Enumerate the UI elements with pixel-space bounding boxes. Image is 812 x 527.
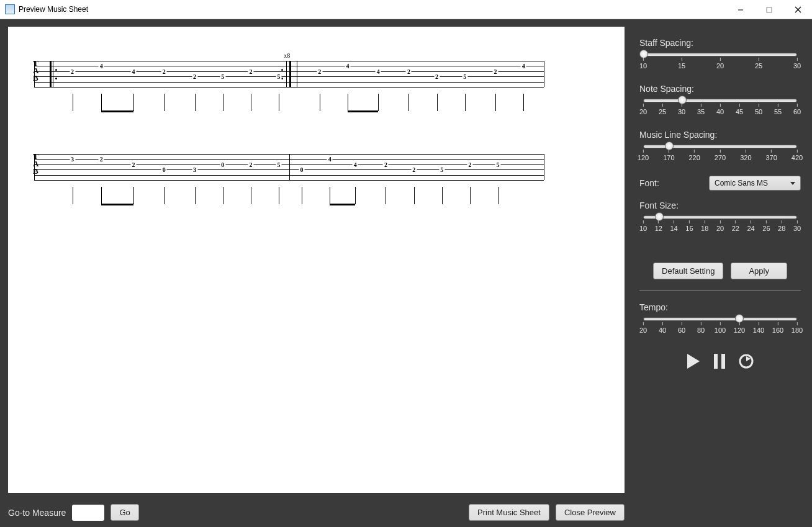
staff-spacing-label: Staff Spacing: [639,38,801,48]
goto-measure-input[interactable] [72,505,104,521]
pause-icon [713,353,726,369]
play-button[interactable] [686,353,701,371]
music-line-spacing-control: Music Line Spacing: 12017022027032037042… [639,130,801,164]
go-button[interactable]: Go [111,504,138,521]
close-preview-button[interactable]: Close Preview [556,504,625,521]
tempo-control: Tempo: 20406080100120140160180 [639,302,801,337]
music-sheet-preview: TABx82442252524422524TAB3220302504422525 [8,27,625,493]
font-select-value: Comic Sans MS [715,179,768,187]
staff-spacing-control: Staff Spacing: 1015202530 [639,38,801,73]
loop-icon [738,353,754,369]
font-size-control: Font Size: 1012141618202224262830 [639,200,801,235]
minimize-button[interactable] [726,0,755,19]
note-spacing-control: Note Spacing: 202530354045505560 [639,84,801,119]
apply-button[interactable]: Apply [731,263,787,279]
window-controls [726,0,812,19]
svg-rect-1 [767,7,772,12]
music-line-spacing-label: Music Line Spacing: [639,130,801,140]
font-size-slider[interactable] [643,215,797,219]
music-line-spacing-slider[interactable] [643,145,797,148]
note-spacing-slider[interactable] [643,99,797,102]
tempo-label: Tempo: [639,302,801,312]
window-title: Preview Music Sheet [19,5,726,14]
divider [639,291,801,291]
staff-spacing-slider[interactable] [643,53,797,56]
goto-measure-label: Go-to Measure [8,508,66,518]
play-icon [686,353,701,369]
svg-rect-6 [721,354,725,369]
settings-panel: Staff Spacing: 1015202530 Note Spacing: … [632,19,812,527]
tempo-slider[interactable] [643,317,797,321]
maximize-button[interactable] [755,0,783,19]
font-size-label: Font Size: [639,200,801,210]
font-select[interactable]: Comic Sans MS [709,176,801,191]
default-setting-button[interactable]: Default Setting [653,263,723,279]
note-spacing-label: Note Spacing: [639,84,801,94]
svg-marker-4 [687,354,700,369]
svg-rect-5 [714,354,718,369]
loop-button[interactable] [738,353,754,371]
titlebar: Preview Music Sheet [0,0,812,19]
pause-button[interactable] [713,353,726,371]
app-icon [5,4,15,14]
font-label: Font: [639,178,659,188]
print-button[interactable]: Print Music Sheet [469,504,549,521]
close-button[interactable] [783,0,812,19]
